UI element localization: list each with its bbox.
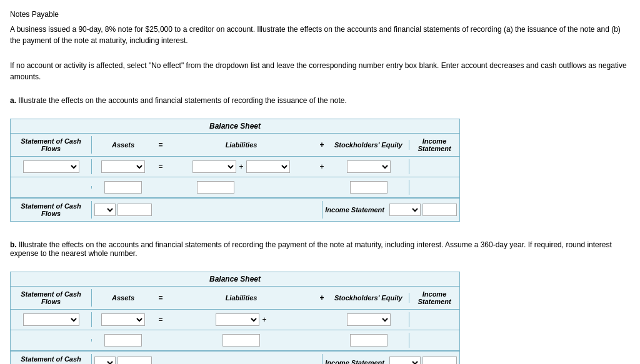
equity-input-a[interactable] <box>350 181 388 194</box>
assets-dropdown-b[interactable] <box>101 313 145 326</box>
page-title: Notes Payable <box>10 10 630 19</box>
dropdown-row-b: = + <box>11 310 459 330</box>
eq-sign-b: = <box>154 315 167 324</box>
scf-bottom-input-a[interactable] <box>118 204 152 216</box>
col-headers-a: Statement of Cash Flows Assets = Liabili… <box>11 134 459 157</box>
bottom-row-b: Statement of Cash Flows Income Statement <box>11 351 459 364</box>
scf-num-cell-a <box>11 186 92 189</box>
assets-dd-cell-b <box>92 312 154 327</box>
income-bottom-dropdown-b[interactable] <box>389 357 421 364</box>
equity-input-b[interactable] <box>350 334 388 347</box>
dropdown-row-a: = + + <box>11 157 459 177</box>
bottom-combined-b: Statement of Cash Flows Income Statement <box>11 354 459 364</box>
liabilities-num-cell-b <box>167 333 316 348</box>
assets-num-cell-b <box>92 333 154 348</box>
section-a-label: a. Illustrate the effects on the account… <box>10 96 630 105</box>
plus-sign-b: + <box>316 293 328 302</box>
plus-between-b: + <box>262 315 266 324</box>
income-bottom-input-a[interactable] <box>422 204 457 216</box>
number-row-a <box>11 177 459 198</box>
equity-num-cell-a <box>328 180 409 195</box>
scf-dd-cell-a <box>11 159 92 174</box>
income-dd-cell-b <box>409 318 459 321</box>
liabilities-dropdown-a[interactable] <box>192 160 236 173</box>
liabilities-dropdown-b[interactable] <box>216 313 259 326</box>
income-bottom-dropdown-a[interactable] <box>389 204 421 216</box>
equals-sign-b: = <box>154 293 167 302</box>
income-dd-cell-a <box>409 165 459 168</box>
liabilities-col-header-a: Liabilities <box>167 140 316 150</box>
plus-between-a: + <box>239 162 243 171</box>
liabilities-dd-cell-b: + <box>167 312 316 327</box>
plus-sign-cell-a: + <box>316 162 328 171</box>
middle-blank-a <box>154 201 322 219</box>
balance-sheet-header-a: Balance Sheet <box>11 119 459 134</box>
income-col-header-a: Income Statement <box>409 136 459 154</box>
assets-dropdown-a[interactable] <box>101 160 145 173</box>
income-label-b: Income Statement <box>322 358 387 364</box>
liabilities-input-a[interactable] <box>197 181 234 194</box>
liabilities-input-b[interactable] <box>222 334 260 347</box>
scf-dropdown-a1[interactable] <box>23 160 79 173</box>
section-b-label: b. Illustrate the effects on the account… <box>10 240 630 258</box>
assets-num-cell-a <box>92 180 154 195</box>
assets-input-a[interactable] <box>104 181 142 194</box>
liabilities-dd-cell-a: + <box>167 159 316 174</box>
equity-dropdown-b[interactable] <box>347 313 391 326</box>
equity-num-cell-b <box>328 333 409 348</box>
bottom-combined-a: Statement of Cash Flows Income Statement <box>11 201 459 219</box>
income-num-cell-a <box>409 186 459 189</box>
income-bottom-inputs-a <box>387 202 459 217</box>
bottom-row-a: Statement of Cash Flows Income Statement <box>11 198 459 221</box>
scf-bottom-dropdown-a[interactable] <box>94 204 116 216</box>
number-row-b <box>11 330 459 351</box>
eq-sign-a: = <box>154 162 167 171</box>
assets-input-b[interactable] <box>104 334 142 347</box>
equity-col-header-b: Stockholders' Equity <box>328 293 409 303</box>
income-num-cell-b <box>409 339 459 342</box>
scf-bottom-dropdown-b[interactable] <box>94 357 116 364</box>
scf-bottom-inputs-b <box>92 355 154 364</box>
table-b: Balance Sheet Statement of Cash Flows As… <box>10 272 460 364</box>
equity-dd-cell-a <box>328 159 409 174</box>
scf-col-header-b: Statement of Cash Flows <box>11 289 92 307</box>
income-label-a: Income Statement <box>322 205 387 215</box>
scf-label-b: Statement of Cash Flows <box>11 354 92 364</box>
assets-dd-cell-a <box>92 159 154 174</box>
equals-sign-a: = <box>154 140 167 149</box>
liabilities-num-cell-a <box>167 180 316 195</box>
scf-col-header-a: Statement of Cash Flows <box>11 136 92 154</box>
scf-num-cell-b <box>11 339 92 342</box>
scf-dropdown-b1[interactable] <box>23 313 79 326</box>
liabilities-col-header-b: Liabilities <box>167 293 316 303</box>
scf-label-a: Statement of Cash Flows <box>11 201 92 219</box>
intro-paragraph-2: If no account or activity is affected, s… <box>10 60 630 82</box>
equity-col-header-a: Stockholders' Equity <box>328 140 409 150</box>
income-bottom-inputs-b <box>387 355 459 364</box>
scf-dd-cell-b <box>11 312 92 327</box>
equity-dropdown-a[interactable] <box>347 160 391 173</box>
plus-sign-a: + <box>316 140 328 149</box>
col-headers-b: Statement of Cash Flows Assets = Liabili… <box>11 287 459 310</box>
assets-col-header-b: Assets <box>92 293 154 303</box>
balance-sheet-header-b: Balance Sheet <box>11 272 459 287</box>
table-a: Balance Sheet Statement of Cash Flows As… <box>10 119 460 222</box>
middle-blank-b <box>154 354 322 364</box>
liabilities-dropdown-a2[interactable] <box>246 160 290 173</box>
assets-col-header-a: Assets <box>92 140 154 150</box>
scf-bottom-inputs-a <box>92 202 154 217</box>
equity-dd-cell-b <box>328 312 409 327</box>
intro-paragraph-1: A business issued a 90-day, 8% note for … <box>10 24 630 46</box>
scf-bottom-input-b[interactable] <box>118 357 152 364</box>
income-col-header-b: Income Statement <box>409 289 459 307</box>
income-bottom-input-b[interactable] <box>422 357 457 364</box>
